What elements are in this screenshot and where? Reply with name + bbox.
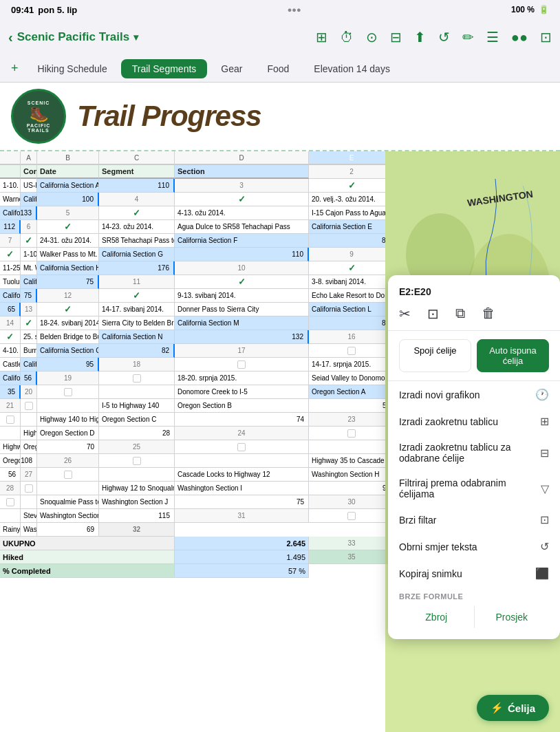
row-22-segment[interactable]: Highway 140 to Highway 138 — [37, 413, 99, 427]
row-11-section[interactable]: California Section J — [0, 289, 21, 303]
row-21-date[interactable] — [37, 399, 99, 413]
row-8-section[interactable]: California Section G — [99, 248, 175, 261]
cell-floating-button[interactable]: ⚡ Ćelija — [477, 695, 549, 721]
row-16-date[interactable]: 4-10. lipnja 2014. — [0, 344, 21, 358]
row-21-distance[interactable]: 55 — [309, 399, 385, 413]
row-6-section[interactable]: California Section E — [309, 220, 385, 234]
row-21-segment[interactable]: I-5 to Highway 140 — [99, 399, 175, 413]
row-20-completed[interactable] — [37, 385, 99, 399]
row-15-section[interactable]: California Section N — [99, 330, 175, 344]
more-icon[interactable]: ●● — [511, 30, 528, 45]
row-11-distance[interactable]: 75 — [21, 289, 37, 303]
row-2-date[interactable]: 1-10. velj 2014. — [0, 179, 21, 193]
image-icon[interactable]: ⊟ — [390, 29, 402, 45]
share-icon[interactable]: ⊙ — [366, 29, 378, 45]
row-7-section[interactable]: California Section F — [175, 234, 309, 248]
row-15-segment[interactable]: Belden Bridge to Burney Falls — [37, 330, 99, 344]
row-30-section[interactable]: Washington Section K — [37, 509, 99, 523]
row-27-section[interactable]: Washington Section H — [309, 468, 385, 482]
row-28-distance[interactable]: 98 — [309, 482, 385, 495]
row-29-date[interactable] — [21, 495, 37, 509]
col-header-b[interactable]: B — [37, 151, 99, 165]
row-25-completed[interactable] — [175, 440, 309, 454]
row-10-section[interactable]: California Section I — [21, 275, 37, 289]
menu-item-pivot-selected[interactable]: Izradi zaokretnu tablicu za odabrane ćel… — [388, 435, 560, 471]
row-22-date[interactable] — [21, 413, 37, 427]
row-3-section[interactable]: California Section B — [21, 193, 37, 206]
row-30-date[interactable] — [0, 509, 21, 523]
row-16-distance[interactable]: 82 — [99, 344, 175, 358]
row-31-distance[interactable]: 69 — [37, 523, 99, 537]
row-8-segment[interactable]: Walker Pass to Mt. Whitney — [37, 248, 99, 261]
row-10-completed[interactable]: ✓ — [309, 261, 385, 275]
row-27-completed[interactable] — [37, 468, 99, 482]
row-2-section[interactable]: California Section A — [37, 179, 99, 193]
col-header-e[interactable]: E — [309, 151, 385, 165]
col-header-d[interactable]: D — [175, 151, 309, 165]
row-18-completed[interactable] — [175, 358, 309, 372]
pen-icon[interactable]: ✏ — [462, 29, 474, 45]
row-18-distance[interactable]: 56 — [21, 372, 37, 385]
row-11-date[interactable]: 3-8. svibanj 2014. — [309, 275, 385, 289]
row-18-section[interactable]: California Section Q — [0, 372, 21, 385]
menu-item-pivot[interactable]: Izradi zaokretnu tablicu ⊞ — [388, 408, 560, 435]
row-15-completed[interactable]: ✓ — [0, 330, 21, 344]
row-20-segment[interactable]: Donomore Creek to I-5 — [175, 385, 309, 399]
tab-trail-segments[interactable]: Trail Segments — [121, 59, 208, 78]
row-28-completed[interactable] — [21, 482, 37, 495]
row-4-date[interactable]: 20. velj.-3. ožu 2014. — [309, 193, 385, 206]
row-31-segment[interactable]: Rainy Pass to Manning Park, B.C. — [0, 523, 21, 537]
row-19-date[interactable]: 18-20. srpnja 2015. — [175, 372, 309, 385]
row-18-date[interactable]: 14-17. srpnja 2015. — [309, 358, 385, 372]
row-30-segment[interactable]: Stevens Pass to Rainy Pass — [21, 509, 37, 523]
row-22-distance[interactable]: 74 — [175, 413, 309, 427]
table-icon[interactable]: ⊞ — [316, 29, 327, 45]
row-13-date[interactable]: 14-17. svibanj 2014. — [99, 303, 175, 316]
merge-cells-button[interactable]: Spoji ćelije — [399, 339, 471, 372]
row-11-completed[interactable]: ✓ — [175, 275, 309, 289]
export-icon[interactable]: ⬆ — [414, 29, 426, 45]
row-6-completed[interactable]: ✓ — [37, 220, 99, 234]
row-12-completed[interactable]: ✓ — [99, 289, 175, 303]
row-23-distance[interactable]: 28 — [99, 427, 175, 440]
col-header-c[interactable]: C — [99, 151, 175, 165]
filter-icon[interactable]: ☰ — [486, 29, 499, 45]
row-7-date[interactable]: 24-31. ožu 2014. — [37, 234, 99, 248]
row-23-date[interactable] — [0, 427, 21, 440]
row-5-date[interactable]: 4-13. ožu 2014. — [175, 206, 309, 220]
row-3-segment[interactable]: Warner Springs to San Gorgonio Pass — [0, 193, 21, 206]
row-2-segment[interactable]: US-Mexico Border to Warner Springs — [21, 179, 37, 193]
row-6-date[interactable]: 14-23. ožu 2014. — [99, 220, 175, 234]
row-25-date[interactable] — [309, 440, 385, 454]
tab-elevation[interactable]: Elevation 14 days — [303, 59, 401, 78]
back-icon[interactable]: ‹ — [8, 30, 13, 45]
row-14-segment[interactable]: Sierra City to Belden Bridge — [99, 316, 175, 330]
row-22-section[interactable]: Oregon Section C — [99, 413, 175, 427]
row-13-section[interactable]: California Section L — [309, 303, 385, 316]
add-tab-button[interactable]: + — [6, 58, 24, 78]
row-15-distance[interactable]: 132 — [175, 330, 309, 344]
row-16-segment[interactable]: Burney Falls to Castle Crags — [21, 344, 37, 358]
row-23-segment[interactable]: Highway 138 to Highway 58 — [21, 427, 37, 440]
row-14-completed[interactable]: ✓ — [21, 316, 37, 330]
row-19-distance[interactable]: 35 — [0, 385, 21, 399]
row-24-completed[interactable] — [309, 427, 385, 440]
row-19-completed[interactable] — [99, 372, 175, 385]
row-4-distance[interactable]: 133 — [21, 206, 37, 220]
row-28-section[interactable]: Washington Section I — [175, 482, 309, 495]
clock-icon[interactable]: ⏱ — [340, 30, 354, 45]
row-3-completed[interactable]: ✓ — [309, 179, 385, 193]
row-26-date[interactable] — [175, 454, 309, 468]
row-5-distance[interactable]: 112 — [0, 220, 21, 234]
row-9-distance[interactable]: 176 — [99, 261, 175, 275]
sidebar-icon[interactable]: ⊡ — [540, 29, 552, 45]
row-26-completed[interactable] — [99, 454, 175, 468]
paste-icon[interactable]: ⧉ — [455, 305, 465, 322]
row-8-distance[interactable]: 110 — [175, 248, 309, 261]
menu-item-filter[interactable]: Filtriraj prema odabranim ćelijama ▽ — [388, 471, 560, 506]
dropdown-icon[interactable]: ▾ — [133, 32, 138, 43]
row-3-distance[interactable]: 100 — [37, 193, 99, 206]
row-12-distance[interactable]: 65 — [0, 303, 21, 316]
row-29-section[interactable]: Washington Section J — [99, 495, 175, 509]
row-29-segment[interactable]: Snoqualmie Pass to Stevens Pass — [37, 495, 99, 509]
